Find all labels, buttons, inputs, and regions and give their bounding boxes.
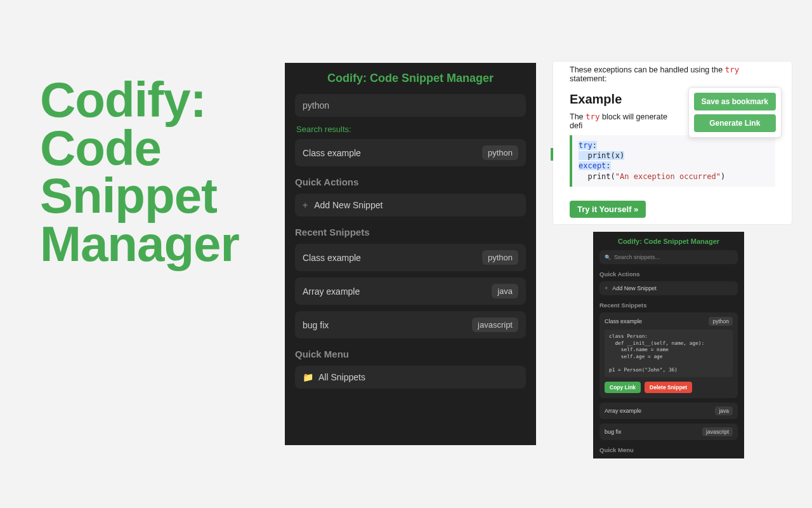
snippet-name: Class example xyxy=(303,253,361,263)
quick-actions-heading: Quick Actions xyxy=(295,177,526,187)
language-tag: java xyxy=(492,284,518,298)
hero-heading: Codify: Code Snippet Manager xyxy=(40,76,256,269)
code-block: try: print(x) except: print("An exceptio… xyxy=(570,135,775,187)
popup-panel: Codify: Code Snippet Manager Search resu… xyxy=(285,63,536,445)
popup-panel-small: Codify: Code Snippet Manager 🔍 Search sn… xyxy=(593,232,744,458)
snippet-name: Array example xyxy=(605,408,641,414)
search-placeholder: Search snippets... xyxy=(614,254,660,260)
inline-code: try xyxy=(725,65,740,74)
snippet-name: bug fix xyxy=(605,429,622,435)
popup-title: Codify: Code Snippet Manager xyxy=(599,237,738,245)
generate-link-button[interactable]: Generate Link xyxy=(694,114,776,132)
recent-snippets-heading: Recent Snippets xyxy=(599,302,738,309)
search-results-label: Search results: xyxy=(296,124,526,134)
recent-row[interactable]: bug fix javascript xyxy=(295,311,526,338)
snippet-name: Class example xyxy=(605,318,642,324)
all-snippets-button[interactable]: 📁 All Snippets xyxy=(295,366,526,389)
language-tag: javascript xyxy=(702,427,733,436)
recent-row[interactable]: Array example java xyxy=(599,403,738,419)
language-tag: python xyxy=(709,317,733,326)
delete-snippet-button[interactable]: Delete Snippet xyxy=(645,382,692,393)
search-input[interactable]: 🔍 Search snippets... xyxy=(599,250,738,264)
add-snippet-label: Add New Snippet xyxy=(314,200,383,210)
language-tag: javascript xyxy=(472,318,518,332)
folder-icon: 📁 xyxy=(303,372,313,382)
try-it-button[interactable]: Try it Yourself » xyxy=(570,201,646,218)
search-input[interactable] xyxy=(295,94,526,117)
popup-title: Codify: Code Snippet Manager xyxy=(295,72,526,85)
add-snippet-label: Add New Snippet xyxy=(612,285,657,291)
plus-icon: + xyxy=(605,285,608,291)
recent-snippets-heading: Recent Snippets xyxy=(295,227,526,237)
quick-actions-heading: Quick Actions xyxy=(599,271,738,277)
intro-text: These exceptions can be handled using th… xyxy=(553,62,792,90)
inline-code: try xyxy=(586,112,600,121)
recent-row[interactable]: Array example java xyxy=(295,277,526,305)
example-box: Example The try block will generate xxxx… xyxy=(570,92,775,187)
quick-menu-heading: Quick Menu xyxy=(295,349,526,359)
code-preview: class Person: def __init__(self, name, a… xyxy=(605,330,733,377)
snippet-name: Array example xyxy=(303,286,360,297)
quick-menu-heading: Quick Menu xyxy=(599,446,738,453)
snippet-name: Class example xyxy=(303,148,361,158)
webpage-example-card: These exceptions can be handled using th… xyxy=(553,62,792,224)
snippet-name: bug fix xyxy=(303,320,329,330)
plus-icon: + xyxy=(303,200,308,210)
save-bookmark-button[interactable]: Save as bookmark xyxy=(694,93,776,110)
search-result-row[interactable]: Class example python xyxy=(295,139,526,166)
add-snippet-button[interactable]: + Add New Snippet xyxy=(599,281,738,295)
copy-link-button[interactable]: Copy Link xyxy=(605,382,641,393)
recent-row[interactable]: bug fix javascript xyxy=(599,424,738,440)
hero-title: Codify: Code Snippet Manager xyxy=(40,76,256,269)
language-tag: java xyxy=(715,406,733,415)
language-tag: python xyxy=(482,250,518,265)
search-icon: 🔍 xyxy=(605,255,611,260)
recent-row[interactable]: Class example python xyxy=(295,244,526,271)
add-snippet-button[interactable]: + Add New Snippet xyxy=(295,194,526,217)
context-popover: Save as bookmark Generate Link xyxy=(688,87,782,138)
expanded-snippet[interactable]: Class example python class Person: def _… xyxy=(599,312,738,398)
language-tag: python xyxy=(482,145,518,160)
all-snippets-label: All Snippets xyxy=(318,372,365,382)
